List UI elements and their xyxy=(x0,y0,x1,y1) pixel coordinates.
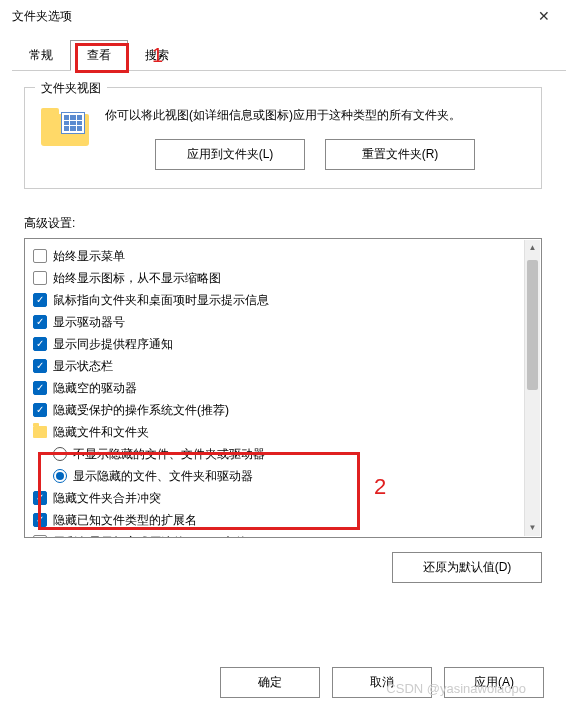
folder-icon xyxy=(41,106,89,146)
checkbox[interactable] xyxy=(33,271,47,285)
advanced-settings-tree: 始终显示菜单 始终显示图标，从不显示缩略图 鼠标指向文件夹和桌面项时显示提示信息… xyxy=(24,238,542,538)
folder-view-label: 文件夹视图 xyxy=(35,80,107,97)
tab-general[interactable]: 常规 xyxy=(12,40,70,70)
window-title: 文件夹选项 xyxy=(12,8,72,25)
scroll-down-icon[interactable]: ▼ xyxy=(525,520,540,536)
tab-view[interactable]: 查看 xyxy=(70,40,128,71)
tree-group-hidden-files: 隐藏文件和文件夹 xyxy=(33,421,533,443)
reset-folders-button[interactable]: 重置文件夹(R) xyxy=(325,139,475,170)
tree-item: 显示同步提供程序通知 xyxy=(33,333,533,355)
tree-item: 隐藏受保护的操作系统文件(推荐) xyxy=(33,399,533,421)
annotation-label-2: 2 xyxy=(374,474,386,500)
folder-view-group: 文件夹视图 你可以将此视图(如详细信息或图标)应用于这种类型的所有文件夹。 应用… xyxy=(24,87,542,189)
apply-button[interactable]: 应用(A) xyxy=(444,667,544,698)
checkbox[interactable] xyxy=(33,535,47,538)
checkbox[interactable] xyxy=(33,381,47,395)
tree-item: 鼠标指向文件夹和桌面项时显示提示信息 xyxy=(33,289,533,311)
folder-view-text: 你可以将此视图(如详细信息或图标)应用于这种类型的所有文件夹。 xyxy=(105,106,525,125)
tree-item: 隐藏空的驱动器 xyxy=(33,377,533,399)
tab-panel-view: 文件夹视图 你可以将此视图(如详细信息或图标)应用于这种类型的所有文件夹。 应用… xyxy=(0,71,566,599)
checkbox[interactable] xyxy=(33,337,47,351)
dialog-button-row: 确定 取消 应用(A) xyxy=(220,667,544,698)
tree-item: 显示状态栏 xyxy=(33,355,533,377)
folder-icon xyxy=(33,426,47,438)
tree-item: 显示驱动器号 xyxy=(33,311,533,333)
checkbox[interactable] xyxy=(33,513,47,527)
checkbox[interactable] xyxy=(33,491,47,505)
tab-strip: 常规 查看 搜索 xyxy=(12,40,566,71)
tree-item: 不显示隐藏的文件、文件夹或驱动器 xyxy=(53,443,533,465)
ok-button[interactable]: 确定 xyxy=(220,667,320,698)
advanced-settings-label: 高级设置: xyxy=(24,215,542,232)
checkbox[interactable] xyxy=(33,249,47,263)
tree-item: 始终显示菜单 xyxy=(33,245,533,267)
cancel-button[interactable]: 取消 xyxy=(332,667,432,698)
checkbox[interactable] xyxy=(33,315,47,329)
tree-item: 始终显示图标，从不显示缩略图 xyxy=(33,267,533,289)
scrollbar-thumb[interactable] xyxy=(527,260,538,390)
checkbox[interactable] xyxy=(33,293,47,307)
annotation-label-1: 1 xyxy=(152,44,163,67)
apply-to-folders-button[interactable]: 应用到文件夹(L) xyxy=(155,139,305,170)
scroll-up-icon[interactable]: ▲ xyxy=(525,240,540,256)
checkbox[interactable] xyxy=(33,403,47,417)
radio[interactable] xyxy=(53,469,67,483)
close-icon[interactable]: ✕ xyxy=(534,8,554,24)
radio[interactable] xyxy=(53,447,67,461)
restore-defaults-button[interactable]: 还原为默认值(D) xyxy=(392,552,542,583)
tree-item: 显示隐藏的文件、文件夹和驱动器 xyxy=(53,465,533,487)
scrollbar[interactable]: ▲ ▼ xyxy=(524,240,540,536)
tree-item: 隐藏文件夹合并冲突 xyxy=(33,487,533,509)
title-bar: 文件夹选项 ✕ xyxy=(0,0,566,32)
tree-item: 隐藏已知文件类型的扩展名 xyxy=(33,509,533,531)
tree-item: 用彩色显示加密或压缩的 NTFS 文件 xyxy=(33,531,533,538)
checkbox[interactable] xyxy=(33,359,47,373)
